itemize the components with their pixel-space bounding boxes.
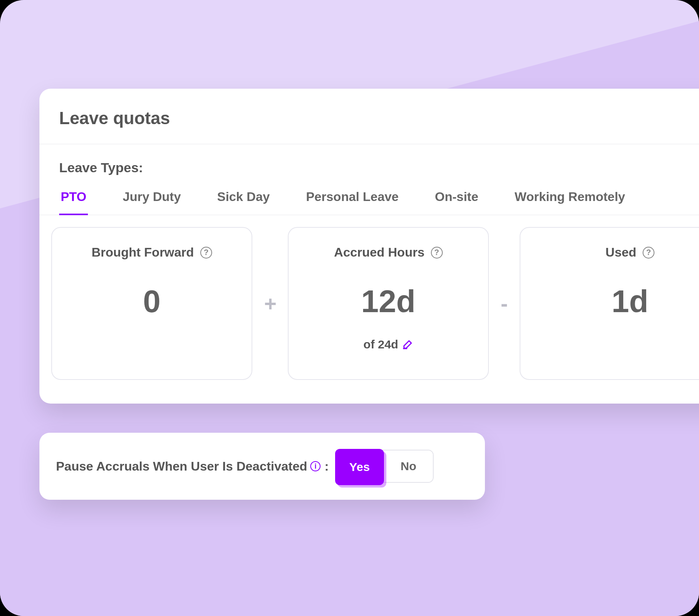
plus-operator: + bbox=[264, 291, 276, 316]
stats-row: Brought Forward ? 0 + Accrued Hours ? 12… bbox=[39, 215, 699, 380]
pause-accruals-label: Pause Accruals When User Is Deactivated bbox=[56, 459, 307, 474]
colon: : bbox=[324, 459, 329, 474]
pause-toggle: Yes No bbox=[336, 450, 434, 483]
used-value: 1d bbox=[611, 283, 648, 320]
help-icon[interactable]: ? bbox=[431, 247, 443, 259]
toggle-no[interactable]: No bbox=[384, 450, 433, 482]
leave-quotas-card: Leave quotas Leave Types: PTO Jury Duty … bbox=[39, 89, 699, 404]
pause-accruals-card: Pause Accruals When User Is Deactivated … bbox=[39, 433, 485, 500]
tab-sick-day[interactable]: Sick Day bbox=[216, 186, 271, 215]
tab-on-site[interactable]: On-site bbox=[433, 186, 480, 215]
edit-icon[interactable] bbox=[402, 339, 413, 350]
leave-types-label: Leave Types: bbox=[39, 144, 699, 186]
tab-jury-duty[interactable]: Jury Duty bbox=[121, 186, 183, 215]
accrued-label: Accrued Hours bbox=[334, 245, 424, 260]
accrued-sub: of 24d bbox=[363, 338, 398, 351]
leave-quotas-title: Leave quotas bbox=[39, 108, 699, 144]
stat-card-used: Used ? 1d bbox=[520, 227, 699, 380]
info-icon[interactable]: i bbox=[310, 461, 321, 471]
used-label: Used bbox=[606, 245, 636, 260]
brought-forward-label: Brought Forward bbox=[91, 245, 194, 260]
tab-working-remotely[interactable]: Working Remotely bbox=[513, 186, 626, 215]
stat-card-brought-forward: Brought Forward ? 0 bbox=[51, 227, 252, 380]
tab-pto[interactable]: PTO bbox=[59, 186, 88, 215]
stat-card-accrued: Accrued Hours ? 12d of 24d bbox=[288, 227, 489, 380]
toggle-yes[interactable]: Yes bbox=[335, 449, 384, 485]
tab-personal-leave[interactable]: Personal Leave bbox=[304, 186, 400, 215]
leave-type-tabs: PTO Jury Duty Sick Day Personal Leave On… bbox=[39, 186, 699, 215]
help-icon[interactable]: ? bbox=[643, 247, 654, 259]
accrued-value: 12d bbox=[361, 283, 416, 320]
minus-operator: - bbox=[501, 291, 508, 316]
brought-forward-value: 0 bbox=[143, 283, 161, 320]
help-icon[interactable]: ? bbox=[200, 247, 212, 259]
